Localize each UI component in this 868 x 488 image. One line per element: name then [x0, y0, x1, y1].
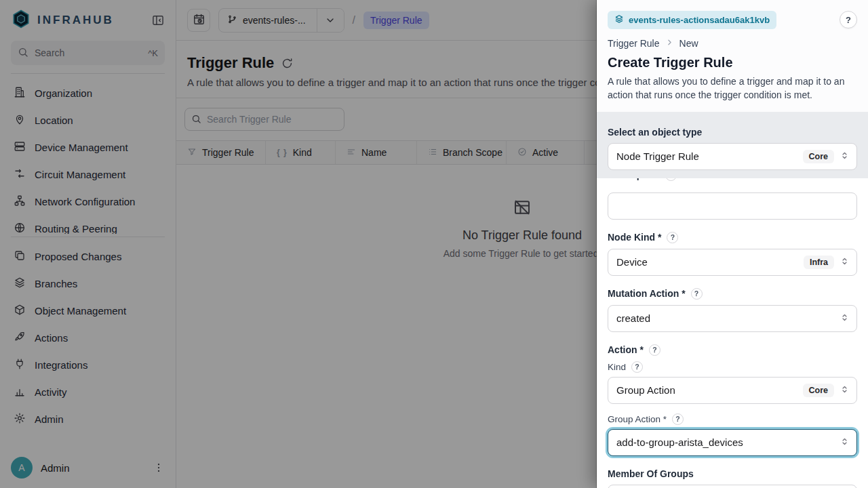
help-icon[interactable]: ?: [691, 288, 703, 300]
help-icon[interactable]: ?: [665, 178, 677, 181]
member-of-groups-select[interactable]: [608, 485, 857, 488]
drawer-title: Create Trigger Rule: [608, 55, 857, 70]
group-action-label: Group Action *: [608, 414, 667, 424]
member-of-groups-label: Member Of Groups: [608, 468, 694, 479]
mutation-action-label: Mutation Action *: [608, 288, 686, 299]
object-type-section: Select an object type Node Trigger Rule …: [597, 112, 868, 178]
create-trigger-rule-drawer: events-rules-actionsadau6ak1kvb ? Trigge…: [597, 0, 868, 488]
node-kind-select[interactable]: Device Infra: [608, 249, 857, 276]
object-type-label: Select an object type: [608, 127, 857, 138]
drawer-header: events-rules-actionsadau6ak1kvb ? Trigge…: [597, 0, 868, 112]
node-kind-field: Node Kind * ? Device Infra: [608, 232, 857, 276]
mutation-action-select[interactable]: created: [608, 305, 857, 332]
help-icon[interactable]: ?: [631, 361, 643, 373]
chevron-right-icon: [665, 38, 674, 49]
chevrons-up-down-icon: [840, 256, 850, 268]
chevrons-up-down-icon: [840, 150, 850, 163]
member-of-groups-field: Member Of Groups: [608, 468, 857, 488]
group-action-select[interactable]: add-to-group-arista_devices: [608, 429, 857, 456]
layers-icon: [614, 14, 624, 26]
mutation-action-field: Mutation Action * ? created: [608, 288, 857, 332]
breadcrumb-current: New: [679, 38, 698, 49]
drawer-breadcrumb: Trigger Rule New: [608, 38, 857, 49]
breadcrumb-parent: Trigger Rule: [608, 38, 660, 49]
namespace-badge: Core: [803, 384, 834, 397]
action-label: Action *: [608, 344, 644, 355]
chevrons-up-down-icon: [840, 312, 850, 325]
branch-badge-label: events-rules-actionsadau6ak1kvb: [629, 15, 770, 25]
help-button[interactable]: ?: [840, 11, 857, 28]
clipped-field-label: Description ?: [608, 178, 857, 183]
namespace-badge: Infra: [804, 256, 834, 269]
help-icon[interactable]: ?: [649, 344, 660, 356]
object-type-value: Node Trigger Rule: [616, 150, 797, 162]
namespace-badge: Core: [803, 150, 834, 163]
description-input[interactable]: [608, 192, 857, 220]
chevrons-up-down-icon: [840, 384, 850, 396]
node-kind-label: Node Kind *: [608, 232, 661, 243]
action-kind-label: Kind: [608, 362, 626, 372]
drawer-description: A rule that allows you to define a trigg…: [608, 75, 857, 102]
help-icon[interactable]: ?: [667, 232, 678, 243]
chevrons-up-down-icon: [840, 436, 850, 449]
action-kind-select[interactable]: Group Action Core: [608, 377, 857, 404]
drawer-form: Description ? Node Kind * ? Device Infra…: [597, 178, 868, 488]
object-type-select[interactable]: Node Trigger Rule Core: [608, 143, 857, 170]
action-field-group: Action * ? Kind ? Group Action Core Grou…: [608, 344, 857, 456]
branch-badge[interactable]: events-rules-actionsadau6ak1kvb: [608, 11, 776, 29]
help-icon[interactable]: ?: [672, 413, 684, 425]
